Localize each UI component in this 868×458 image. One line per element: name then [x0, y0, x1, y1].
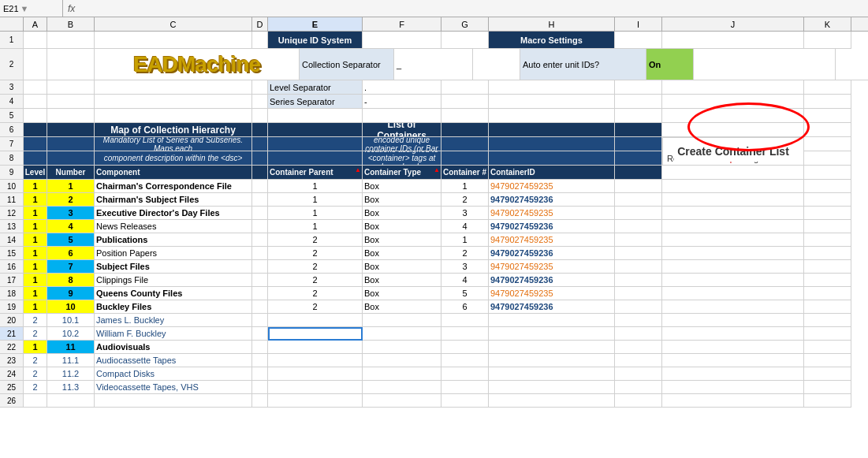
cell-e26[interactable] — [268, 394, 363, 408]
cell-k18[interactable] — [804, 287, 851, 300]
cell-h22[interactable] — [489, 341, 615, 354]
cell-h16[interactable]: 9479027459235 — [489, 260, 615, 274]
cell-i14[interactable] — [615, 233, 662, 247]
cell-g1[interactable] — [441, 32, 489, 49]
cell-b26[interactable] — [47, 394, 95, 408]
cell-e7[interactable] — [268, 137, 363, 151]
cell-k5[interactable] — [804, 109, 851, 123]
cell-e2[interactable]: Collection Separator — [300, 49, 394, 80]
cell-g15[interactable]: 2 — [441, 247, 489, 260]
cell-f14[interactable]: Box — [363, 233, 441, 247]
cell-f3[interactable]: . — [363, 80, 441, 95]
cell-k17[interactable] — [804, 274, 851, 287]
cell-b2[interactable] — [47, 49, 95, 80]
cell-d12[interactable] — [252, 207, 268, 220]
cell-e13[interactable]: 1 — [268, 220, 363, 233]
cell-a26[interactable] — [24, 394, 47, 408]
cell-h19[interactable]: 9479027459236 — [489, 300, 615, 314]
cell-a5[interactable] — [24, 109, 47, 123]
cell-b7[interactable] — [47, 137, 95, 151]
cell-g22[interactable] — [441, 341, 489, 354]
col-header-c[interactable]: C — [95, 17, 252, 31]
cell-g7[interactable] — [441, 137, 489, 151]
cell-g24[interactable] — [441, 367, 489, 381]
cell-e17[interactable]: 2 — [268, 274, 363, 287]
cell-i24[interactable] — [615, 367, 662, 381]
cell-f26[interactable] — [363, 394, 441, 408]
cell-a1[interactable] — [24, 32, 47, 49]
cell-j18[interactable] — [662, 287, 804, 300]
cell-a13[interactable]: 1 — [24, 220, 47, 233]
cell-e5[interactable] — [268, 109, 363, 123]
cell-j7[interactable]: Create Container List — [662, 137, 804, 166]
cell-a7[interactable] — [24, 137, 47, 151]
cell-h21[interactable] — [489, 327, 615, 341]
cell-d19[interactable] — [252, 300, 268, 314]
cell-e25[interactable] — [268, 381, 363, 394]
cell-k6[interactable] — [804, 123, 851, 137]
cell-c1[interactable] — [95, 32, 252, 49]
cell-j21[interactable] — [662, 327, 804, 341]
cell-g13[interactable]: 4 — [441, 220, 489, 233]
cell-a4[interactable] — [24, 95, 47, 109]
cell-f18[interactable]: Box — [363, 287, 441, 300]
col-header-j[interactable]: J — [662, 17, 804, 31]
cell-j6[interactable] — [662, 123, 804, 137]
cell-h11[interactable]: 9479027459236 — [489, 193, 615, 207]
cell-i21[interactable] — [615, 327, 662, 341]
cell-f19[interactable]: Box — [363, 300, 441, 314]
cell-c13[interactable]: News Releases — [95, 220, 252, 233]
cell-f4[interactable]: - — [363, 95, 441, 109]
col-header-i[interactable]: I — [615, 17, 662, 31]
cell-j13[interactable] — [662, 220, 804, 233]
cell-d15[interactable] — [252, 247, 268, 260]
cell-a25[interactable]: 2 — [24, 381, 47, 394]
cell-d7[interactable] — [252, 137, 268, 151]
cell-h5[interactable] — [489, 109, 615, 123]
cell-b17[interactable]: 8 — [47, 274, 95, 287]
cell-k14[interactable] — [804, 233, 851, 247]
cell-f20[interactable] — [363, 314, 441, 327]
cell-g12[interactable]: 3 — [441, 207, 489, 220]
cell-f13[interactable]: Box — [363, 220, 441, 233]
cell-i23[interactable] — [615, 354, 662, 367]
cell-d16[interactable] — [252, 260, 268, 274]
cell-g8[interactable] — [441, 151, 489, 166]
cell-e10[interactable]: 1 — [268, 180, 363, 193]
cell-c12[interactable]: Executive Director's Day Files — [95, 207, 252, 220]
cell-a12[interactable]: 1 — [24, 207, 47, 220]
cell-i3[interactable] — [615, 80, 662, 95]
cell-g23[interactable] — [441, 354, 489, 367]
cell-g16[interactable]: 3 — [441, 260, 489, 274]
cell-b25[interactable]: 11.3 — [47, 381, 95, 394]
cell-i1[interactable] — [615, 32, 662, 49]
cell-a21[interactable]: 2 — [24, 327, 47, 341]
cell-k11[interactable] — [804, 193, 851, 207]
cell-d1[interactable] — [252, 32, 268, 49]
cell-b19[interactable]: 10 — [47, 300, 95, 314]
cell-i20[interactable] — [615, 314, 662, 327]
cell-k1[interactable] — [804, 32, 851, 49]
cell-c6[interactable]: Map of Collection Hierarchy — [95, 123, 252, 137]
cell-a20[interactable]: 2 — [24, 314, 47, 327]
cell-b24[interactable]: 11.2 — [47, 367, 95, 381]
cell-a11[interactable]: 1 — [24, 193, 47, 207]
cell-e22[interactable] — [268, 341, 363, 354]
cell-d24[interactable] — [252, 367, 268, 381]
cell-c3[interactable] — [95, 80, 252, 95]
cell-j25[interactable] — [662, 381, 804, 394]
cell-g17[interactable]: 4 — [441, 274, 489, 287]
cell-i17[interactable] — [615, 274, 662, 287]
cell-c24[interactable]: Compact Disks — [95, 367, 252, 381]
cell-j15[interactable] — [662, 247, 804, 260]
cell-f6-header[interactable]: List of Containers — [363, 123, 441, 137]
cell-f15[interactable]: Box — [363, 247, 441, 260]
cell-a19[interactable]: 1 — [24, 300, 47, 314]
cell-a6[interactable] — [24, 123, 47, 137]
cell-i10[interactable] — [615, 180, 662, 193]
cell-c8[interactable]: component description within the <dsc> — [95, 151, 252, 166]
cell-g21[interactable] — [441, 327, 489, 341]
cell-a14[interactable]: 1 — [24, 233, 47, 247]
cell-k20[interactable] — [804, 314, 851, 327]
cell-b5[interactable] — [47, 109, 95, 123]
